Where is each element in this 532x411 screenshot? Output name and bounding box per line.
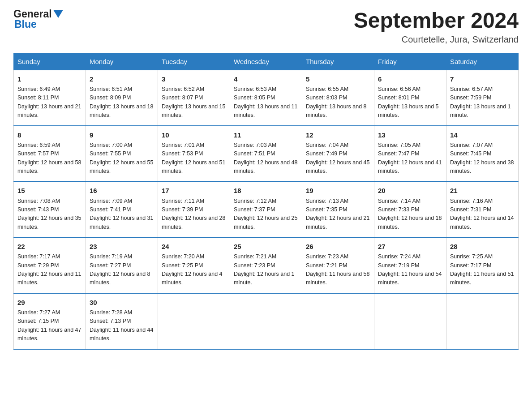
day-number: 13: [378, 130, 442, 140]
sunrise-text: Sunrise: 7:14 AM: [378, 198, 420, 204]
sunrise-text: Sunrise: 7:05 AM: [378, 142, 420, 148]
day-number: 4: [234, 74, 298, 84]
calendar-cell: 19Sunrise: 7:13 AMSunset: 7:35 PMDayligh…: [302, 181, 374, 237]
sunset-text: Sunset: 7:53 PM: [162, 150, 203, 157]
sunset-text: Sunset: 8:01 PM: [378, 94, 419, 101]
daylight-text: Daylight: 11 hours and 47 minutes.: [17, 327, 81, 342]
sunrise-text: Sunrise: 7:21 AM: [234, 253, 276, 260]
day-number: 7: [450, 74, 515, 84]
calendar-cell: 14Sunrise: 7:07 AMSunset: 7:45 PMDayligh…: [446, 126, 519, 182]
calendar-cell: 28Sunrise: 7:25 AMSunset: 7:17 PMDayligh…: [446, 237, 519, 293]
daylight-text: Daylight: 11 hours and 54 minutes.: [378, 271, 442, 286]
calendar-cell: 20Sunrise: 7:14 AMSunset: 7:33 PMDayligh…: [374, 181, 446, 237]
day-number: 23: [90, 241, 154, 252]
daylight-text: Daylight: 11 hours and 51 minutes.: [450, 271, 514, 286]
calendar-cell: 30Sunrise: 7:28 AMSunset: 7:13 PMDayligh…: [86, 293, 158, 349]
title-area: September 2024 Courtetelle, Jura, Switze…: [354, 9, 519, 45]
sunset-text: Sunset: 7:41 PM: [90, 206, 131, 213]
calendar-cell: 17Sunrise: 7:11 AMSunset: 7:39 PMDayligh…: [158, 181, 230, 237]
daylight-text: Daylight: 12 hours and 58 minutes.: [17, 159, 81, 174]
logo: General Blue: [13, 9, 63, 30]
sunset-text: Sunset: 7:19 PM: [378, 262, 419, 269]
sunset-text: Sunset: 7:23 PM: [234, 262, 275, 269]
daylight-text: Daylight: 12 hours and 25 minutes.: [234, 215, 297, 230]
sunset-text: Sunset: 7:15 PM: [17, 318, 59, 324]
daylight-text: Daylight: 13 hours and 5 minutes.: [378, 103, 439, 118]
sunrise-text: Sunrise: 7:03 AM: [234, 142, 276, 148]
day-number: 14: [450, 130, 515, 140]
sunset-text: Sunset: 8:05 PM: [234, 94, 275, 101]
daylight-text: Daylight: 12 hours and 45 minutes.: [306, 159, 369, 174]
col-header-tuesday: Tuesday: [158, 53, 230, 70]
calendar-cell: [374, 293, 446, 349]
daylight-text: Daylight: 12 hours and 51 minutes.: [162, 159, 225, 174]
daylight-text: Daylight: 13 hours and 11 minutes.: [234, 103, 297, 118]
day-number: 21: [450, 185, 515, 196]
logo-triangle-icon: [53, 10, 63, 18]
sunrise-text: Sunrise: 7:23 AM: [306, 253, 348, 260]
sunrise-text: Sunrise: 7:27 AM: [17, 309, 60, 316]
day-number: 29: [17, 297, 82, 308]
calendar-cell: 25Sunrise: 7:21 AMSunset: 7:23 PMDayligh…: [230, 237, 302, 293]
day-number: 20: [378, 185, 442, 196]
col-header-friday: Friday: [374, 53, 446, 70]
sunrise-text: Sunrise: 7:19 AM: [90, 253, 132, 260]
sunrise-text: Sunrise: 7:08 AM: [17, 198, 60, 204]
sunset-text: Sunset: 7:27 PM: [90, 262, 131, 269]
sunset-text: Sunset: 7:29 PM: [17, 262, 59, 269]
daylight-text: Daylight: 13 hours and 1 minute.: [450, 103, 511, 118]
sunrise-text: Sunrise: 7:12 AM: [234, 198, 276, 204]
sunrise-text: Sunrise: 7:04 AM: [306, 142, 348, 148]
daylight-text: Daylight: 12 hours and 8 minutes.: [90, 271, 150, 286]
logo-general-text: General: [13, 9, 52, 19]
sunset-text: Sunset: 7:21 PM: [306, 262, 347, 269]
sunset-text: Sunset: 7:33 PM: [378, 206, 419, 213]
day-number: 3: [162, 74, 226, 84]
sunrise-text: Sunrise: 7:01 AM: [162, 142, 204, 148]
sunrise-text: Sunrise: 7:24 AM: [378, 253, 420, 260]
calendar-cell: 18Sunrise: 7:12 AMSunset: 7:37 PMDayligh…: [230, 181, 302, 237]
calendar-cell: 26Sunrise: 7:23 AMSunset: 7:21 PMDayligh…: [302, 237, 374, 293]
calendar-cell: 7Sunrise: 6:57 AMSunset: 7:59 PMDaylight…: [446, 70, 519, 125]
logo-blue-text: Blue: [14, 19, 63, 30]
daylight-text: Daylight: 11 hours and 44 minutes.: [90, 327, 153, 342]
col-header-sunday: Sunday: [14, 53, 86, 70]
sunset-text: Sunset: 7:39 PM: [162, 206, 203, 213]
calendar-cell: 5Sunrise: 6:55 AMSunset: 8:03 PMDaylight…: [302, 70, 374, 125]
daylight-text: Daylight: 12 hours and 11 minutes.: [17, 271, 81, 286]
calendar-cell: 16Sunrise: 7:09 AMSunset: 7:41 PMDayligh…: [86, 181, 158, 237]
sunrise-text: Sunrise: 7:28 AM: [90, 309, 132, 316]
daylight-text: Daylight: 13 hours and 21 minutes.: [17, 103, 81, 118]
daylight-text: Daylight: 12 hours and 18 minutes.: [378, 215, 442, 230]
sunset-text: Sunset: 7:59 PM: [450, 94, 491, 101]
day-number: 24: [162, 241, 226, 252]
day-number: 10: [162, 130, 226, 140]
day-number: 25: [234, 241, 298, 252]
sunset-text: Sunset: 7:37 PM: [234, 206, 275, 213]
day-number: 8: [17, 130, 82, 140]
day-number: 18: [234, 185, 298, 196]
day-number: 16: [90, 185, 154, 196]
day-number: 5: [306, 74, 370, 84]
day-number: 12: [306, 130, 370, 140]
sunrise-text: Sunrise: 6:53 AM: [234, 86, 276, 92]
sunrise-text: Sunrise: 6:57 AM: [450, 86, 493, 92]
daylight-text: Daylight: 13 hours and 18 minutes.: [90, 103, 153, 118]
calendar-cell: 12Sunrise: 7:04 AMSunset: 7:49 PMDayligh…: [302, 126, 374, 182]
calendar-cell: 23Sunrise: 7:19 AMSunset: 7:27 PMDayligh…: [86, 237, 158, 293]
sunset-text: Sunset: 7:35 PM: [306, 206, 347, 213]
daylight-text: Daylight: 13 hours and 8 minutes.: [306, 103, 367, 118]
day-number: 27: [378, 241, 442, 252]
daylight-text: Daylight: 12 hours and 4 minutes.: [162, 271, 223, 286]
sunrise-text: Sunrise: 7:13 AM: [306, 198, 348, 204]
day-number: 1: [17, 74, 82, 84]
calendar-cell: 11Sunrise: 7:03 AMSunset: 7:51 PMDayligh…: [230, 126, 302, 182]
day-number: 15: [17, 185, 82, 196]
sunset-text: Sunset: 7:49 PM: [306, 150, 347, 157]
day-number: 28: [450, 241, 515, 252]
daylight-text: Daylight: 12 hours and 35 minutes.: [17, 215, 81, 230]
sunrise-text: Sunrise: 7:11 AM: [162, 198, 204, 204]
calendar-cell: 24Sunrise: 7:20 AMSunset: 7:25 PMDayligh…: [158, 237, 230, 293]
daylight-text: Daylight: 12 hours and 28 minutes.: [162, 215, 225, 230]
day-number: 17: [162, 185, 226, 196]
